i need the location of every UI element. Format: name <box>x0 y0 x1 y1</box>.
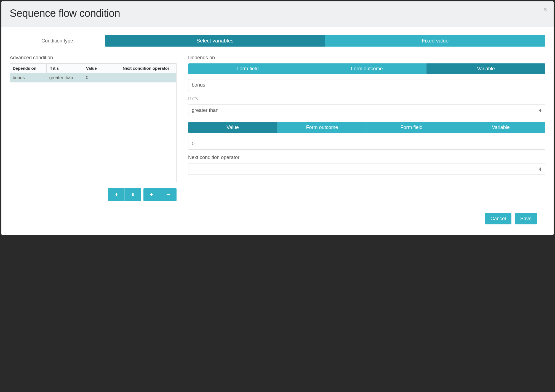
row-action-buttons <box>10 188 177 201</box>
modal-title: Sequence flow condition <box>10 7 545 19</box>
if-its-label: If it's <box>188 96 545 102</box>
conditions-table-header: Depends on If it's Value Next condition … <box>10 63 177 73</box>
next-operator-select[interactable] <box>188 163 545 175</box>
col-if-its: If it's <box>46 64 83 73</box>
conditions-table-body: bonus greater than 0 <box>10 73 176 82</box>
depends-on-label: Depends on <box>188 55 545 61</box>
value-input[interactable] <box>188 138 545 150</box>
depends-on-form-field[interactable]: Form field <box>188 63 307 74</box>
cell-if-its: greater than <box>47 73 83 82</box>
cell-next-operator <box>120 73 176 82</box>
arrow-up-icon <box>114 192 119 197</box>
main-columns: Advanced condition Depends on If it's Va… <box>10 55 545 201</box>
cell-depends-on: bonus <box>10 73 47 82</box>
save-button[interactable]: Save <box>515 213 537 224</box>
condition-type-tabs: Select variables Fixed value <box>105 35 545 47</box>
depends-on-form-outcome[interactable]: Form outcome <box>307 63 426 74</box>
condition-detail-panel: Depends on Form field Form outcome Varia… <box>188 55 545 201</box>
cell-value: 0 <box>83 73 120 82</box>
value-source-form-field[interactable]: Form field <box>367 122 456 133</box>
value-source-form-outcome[interactable]: Form outcome <box>278 122 367 133</box>
next-operator-label: Next condition operator <box>188 155 545 160</box>
move-up-button[interactable] <box>108 188 125 201</box>
table-row[interactable]: bonus greater than 0 <box>10 73 176 82</box>
depends-on-input[interactable] <box>188 79 545 91</box>
tab-fixed-value[interactable]: Fixed value <box>325 35 546 47</box>
col-depends-on: Depends on <box>10 64 47 73</box>
move-down-button[interactable] <box>125 188 141 201</box>
condition-type-label: Condition type <box>10 38 105 44</box>
modal-body: Condition type Select variables Fixed va… <box>1 27 554 235</box>
advanced-condition-label: Advanced condition <box>10 55 177 61</box>
plus-icon <box>149 192 154 197</box>
depends-on-variable[interactable]: Variable <box>426 63 545 74</box>
value-source-value[interactable]: Value <box>188 122 278 133</box>
minus-icon <box>166 192 171 197</box>
conditions-table-body-wrap: bonus greater than 0 <box>10 73 177 182</box>
col-next-operator: Next condition operator <box>120 64 176 73</box>
arrow-down-icon <box>130 192 135 197</box>
modal-header: Sequence flow condition × <box>1 1 554 27</box>
modal-footer: Cancel Save <box>10 207 545 232</box>
value-source-segmented: Value Form outcome Form field Variable <box>188 122 545 133</box>
advanced-condition-panel: Advanced condition Depends on If it's Va… <box>10 55 177 201</box>
depends-on-segmented: Form field Form outcome Variable <box>188 63 545 74</box>
if-its-select[interactable]: greater than <box>188 104 545 116</box>
cancel-button[interactable]: Cancel <box>485 213 511 224</box>
sequence-flow-condition-modal: Sequence flow condition × Condition type… <box>1 1 554 235</box>
remove-row-button[interactable] <box>160 188 177 201</box>
tab-select-variables[interactable]: Select variables <box>105 35 325 47</box>
value-source-variable[interactable]: Variable <box>456 122 545 133</box>
add-row-button[interactable] <box>143 188 160 201</box>
col-value: Value <box>83 64 120 73</box>
condition-type-row: Condition type Select variables Fixed va… <box>10 35 545 47</box>
close-icon[interactable]: × <box>543 6 547 12</box>
